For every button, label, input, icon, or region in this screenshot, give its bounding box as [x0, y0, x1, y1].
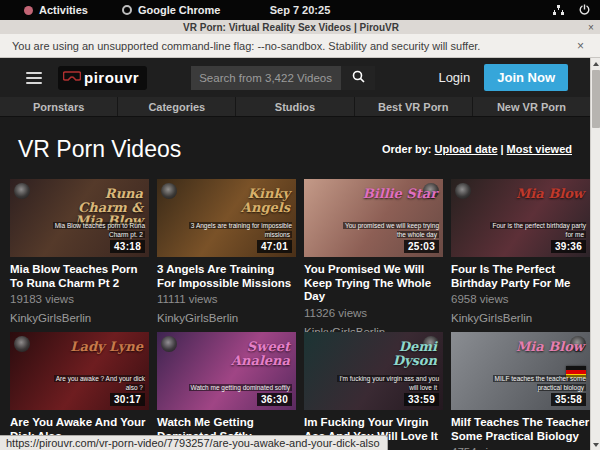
video-card[interactable]: Mia Blow Four is the perfect birthday pa…	[451, 179, 590, 324]
video-studio-link[interactable]: KinkyGirlsBerlin	[451, 312, 590, 324]
menu-hamburger-icon[interactable]	[26, 72, 42, 84]
thumbnail-caption: You promised we will keep trying the who…	[335, 222, 439, 240]
thumbnail-caption: Watch me getting dominated softly	[189, 384, 292, 393]
video-card[interactable]: Billie Star You promised we will keep tr…	[304, 179, 443, 324]
video-thumbnail[interactable]: Sweet Analena Watch me getting dominated…	[157, 332, 296, 410]
page-scrollbar[interactable]	[590, 58, 600, 450]
order-link-most-viewed[interactable]: Most viewed	[507, 143, 572, 155]
video-card[interactable]: Runa Charm & Mia Blow Mia Blow teaches p…	[10, 179, 149, 324]
status-url: https://pirouvr.com/vr-porn-video/779325…	[6, 437, 380, 449]
duration-badge: 30:17	[110, 393, 145, 406]
join-now-button[interactable]: Join Now	[484, 64, 568, 91]
video-views: 6958 views	[451, 293, 590, 305]
order-by: Order by: Upload date|Most viewed	[382, 143, 572, 155]
scrollbar-thumb[interactable]	[592, 70, 600, 128]
nav-item-new-vr-porn[interactable]: New VR Porn	[473, 97, 590, 116]
thumbnail-caption: Are you awake ? And your dick also ?	[41, 375, 145, 393]
studio-logo-icon	[161, 183, 177, 199]
chrome-app-icon	[122, 5, 132, 15]
order-by-label: Order by:	[382, 143, 432, 155]
video-card[interactable]: Mia Blow MILF teaches the teacher some p…	[451, 332, 590, 450]
video-thumbnail[interactable]: Kinky Angels 3 Angels are training for i…	[157, 179, 296, 257]
scrollbar-down-arrow[interactable]	[591, 439, 600, 450]
site-logo[interactable]: pirouvr	[58, 66, 147, 90]
duration-badge: 47:01	[257, 240, 292, 253]
browser-tab[interactable]: VR Porn: Virtual Reality Sex Videos | Pi…	[0, 22, 582, 33]
network-icon[interactable]	[552, 4, 565, 16]
duration-badge: 35:58	[551, 393, 586, 406]
nav-item-studios[interactable]: Studios	[236, 97, 354, 116]
video-card[interactable]: Demi Dyson I'm fucking your virgin ass a…	[304, 332, 443, 450]
video-thumbnail[interactable]: Lady Lyne Are you awake ? And your dick …	[10, 332, 149, 410]
thumbnail-overlay-text: Sweet Analena	[212, 340, 290, 367]
thumbnail-caption: 3 Angels are training for impossible mis…	[188, 222, 292, 240]
video-views: 19183 views	[10, 293, 149, 305]
page-title: VR Porn Videos	[18, 135, 181, 163]
video-studio-link[interactable]: KinkyGirlsBerlin	[157, 312, 296, 324]
search-input[interactable]	[191, 66, 341, 90]
duration-badge: 43:18	[110, 240, 145, 253]
video-views: 4754 views	[451, 446, 590, 450]
video-title[interactable]: You Promised We Will Keep Trying The Who…	[304, 263, 443, 304]
video-card[interactable]: Lady Lyne Are you awake ? And your dick …	[10, 332, 149, 450]
duration-badge: 39:36	[551, 240, 586, 253]
thumbnail-caption: I'm fucking your virgin ass and you will…	[335, 375, 439, 393]
search-icon	[352, 70, 365, 86]
infobar-close-icon[interactable]: ×	[573, 39, 588, 53]
studio-logo-icon	[161, 336, 177, 352]
video-title[interactable]: Mia Blow Teaches Porn To Runa Charm Pt 2	[10, 263, 149, 290]
studio-logo-icon	[14, 183, 30, 199]
video-grid: Runa Charm & Mia Blow Mia Blow teaches p…	[0, 175, 590, 450]
main-nav: Pornstars Categories Studios Best VR Por…	[0, 97, 590, 117]
thumbnail-overlay-text: Lady Lyne	[70, 340, 143, 354]
infobar-message: You are using an unsupported command-lin…	[12, 40, 480, 52]
page-content: pirouvr Login Join Now Pornstars Categor…	[0, 58, 590, 450]
search-bar	[191, 66, 375, 90]
thumbnail-overlay-text: Demi Dyson	[359, 340, 437, 367]
thumbnail-caption: MILF teaches the teacher some practical …	[482, 375, 586, 393]
activities-indicator-icon	[24, 6, 33, 15]
login-link[interactable]: Login	[438, 70, 470, 85]
status-bar: https://pirouvr.com/vr-porn-video/779325…	[0, 435, 388, 450]
scrollbar-up-arrow[interactable]	[591, 58, 600, 69]
studio-logo-icon	[14, 336, 30, 352]
nav-item-pornstars[interactable]: Pornstars	[0, 97, 118, 116]
video-studio-link[interactable]: KinkyGirlsBerlin	[10, 312, 149, 324]
thumbnail-overlay-text: Billie Star	[363, 187, 437, 201]
video-title[interactable]: Milf Teaches The Teacher Some Practical …	[451, 416, 590, 443]
power-icon[interactable]	[579, 4, 590, 16]
video-thumbnail[interactable]: Billie Star You promised we will keep tr…	[304, 179, 443, 257]
browser-tab-bar: VR Porn: Virtual Reality Sex Videos | Pi…	[0, 20, 600, 34]
app-menu-button[interactable]: Google Chrome	[138, 4, 221, 16]
vr-headset-icon	[63, 69, 81, 87]
thumbnail-caption: Four is the perfect birthday party for m…	[482, 222, 586, 240]
screen: Activities Google Chrome Sep 7 20:25 VR …	[0, 0, 600, 450]
sandbox-warning-infobar: You are using an unsupported command-lin…	[0, 34, 600, 58]
site-logo-text: pirouvr	[84, 69, 139, 86]
activities-button[interactable]: Activities	[39, 4, 88, 16]
video-thumbnail[interactable]: Mia Blow Four is the perfect birthday pa…	[451, 179, 590, 257]
tab-close-icon[interactable]: ×	[582, 22, 600, 33]
duration-badge: 25:03	[404, 240, 439, 253]
video-card[interactable]: Sweet Analena Watch me getting dominated…	[157, 332, 296, 450]
thumbnail-overlay-text: Mia Blow	[516, 187, 584, 201]
order-link-upload-date[interactable]: Upload date	[435, 143, 498, 155]
site-header: pirouvr Login Join Now	[0, 58, 590, 97]
search-button[interactable]	[341, 66, 375, 90]
thumbnail-overlay-text: Kinky Angels	[212, 187, 290, 214]
video-title[interactable]: Four Is The Perfect Birthday Party For M…	[451, 263, 590, 290]
video-thumbnail[interactable]: Mia Blow MILF teaches the teacher some p…	[451, 332, 590, 410]
order-separator: |	[498, 143, 507, 155]
video-views: 11326 views	[304, 307, 443, 319]
nav-item-best-vr-porn[interactable]: Best VR Porn	[355, 97, 473, 116]
studio-logo-icon	[455, 183, 471, 199]
thumbnail-caption: Mia Blow teaches porn to Runa Charm pt. …	[41, 222, 145, 240]
nav-item-categories[interactable]: Categories	[118, 97, 236, 116]
video-card[interactable]: Kinky Angels 3 Angels are training for i…	[157, 179, 296, 324]
system-top-bar: Activities Google Chrome Sep 7 20:25	[0, 0, 600, 20]
video-thumbnail[interactable]: Demi Dyson I'm fucking your virgin ass a…	[304, 332, 443, 410]
video-thumbnail[interactable]: Runa Charm & Mia Blow Mia Blow teaches p…	[10, 179, 149, 257]
duration-badge: 33:59	[404, 393, 439, 406]
scrollbar-track[interactable]	[591, 129, 600, 439]
video-title[interactable]: 3 Angels Are Training For Impossible Mis…	[157, 263, 296, 290]
